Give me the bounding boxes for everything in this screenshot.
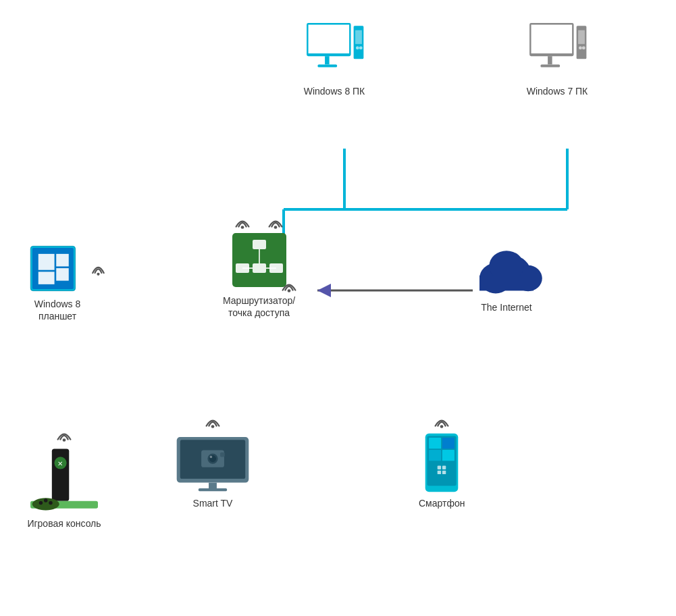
svg-point-55: [211, 425, 215, 428]
svg-point-21: [579, 46, 582, 49]
svg-point-33: [288, 290, 291, 293]
win8tablet-icon: [27, 243, 88, 294]
svg-rect-75: [438, 471, 441, 474]
svg-point-53: [44, 498, 47, 502]
svg-point-45: [97, 273, 99, 276]
xbox-console-icon: ✕: [27, 446, 101, 513]
win8pc-label: Windows 8 ПК: [304, 85, 365, 97]
svg-rect-71: [442, 450, 454, 461]
win7pc-node: Windows 7 ПК: [520, 20, 594, 97]
svg-point-54: [49, 501, 52, 505]
smartphone-wifi-icon: [432, 412, 451, 431]
svg-text:✕: ✕: [57, 460, 63, 467]
svg-rect-26: [253, 240, 266, 249]
smartphone-label: Смартфон: [419, 497, 465, 509]
svg-point-13: [356, 46, 359, 49]
svg-rect-20: [578, 30, 585, 44]
svg-rect-18: [540, 64, 560, 67]
win8tablet-label: Windows 8 планшет: [34, 298, 80, 322]
svg-point-23: [241, 226, 244, 229]
svg-rect-63: [209, 483, 217, 488]
svg-rect-9: [325, 56, 330, 64]
smarttv-node: Smart TV: [176, 412, 250, 509]
svg-rect-76: [442, 471, 446, 474]
internet-cloud-icon: [466, 243, 547, 297]
xbox-wifi-icon: [55, 426, 74, 444]
svg-rect-43: [56, 268, 69, 281]
svg-rect-12: [355, 30, 362, 44]
svg-point-46: [63, 438, 66, 442]
smartphone-node: Смартфон: [419, 412, 465, 509]
win7pc-label: Windows 7 ПК: [527, 85, 588, 97]
svg-rect-17: [548, 56, 552, 64]
win8tablet-node: Windows 8 планшет: [27, 243, 88, 322]
internet-node: The Internet: [466, 243, 547, 313]
svg-point-24: [274, 226, 278, 229]
win8pc-node: Windows 8 ПК: [297, 20, 371, 97]
svg-point-14: [359, 46, 363, 49]
smarttv-wifi-icon: [203, 412, 222, 431]
svg-rect-44: [38, 272, 55, 284]
svg-rect-62: [220, 453, 225, 457]
router-wifi-tr: [266, 213, 285, 232]
svg-rect-29: [253, 263, 266, 273]
svg-rect-41: [38, 254, 55, 270]
svg-rect-47: [52, 449, 69, 501]
svg-point-22: [582, 46, 586, 49]
smarttv-icon: [176, 432, 250, 493]
win8pc-icon: [297, 20, 371, 81]
xbox-node: ✕ Игровая консоль: [27, 426, 101, 530]
svg-rect-68: [429, 438, 441, 448]
svg-point-52: [39, 501, 43, 505]
win7pc-icon: [520, 20, 594, 81]
svg-rect-38: [479, 276, 534, 290]
smarttv-label: Smart TV: [193, 497, 233, 509]
svg-rect-8: [309, 25, 350, 54]
xbox-label: Игровая консоль: [27, 517, 101, 530]
svg-rect-64: [199, 488, 227, 491]
router-node: Маршрутизатор/ точка доступа: [223, 230, 295, 319]
tablet-wifi-icon: [90, 257, 107, 280]
svg-rect-69: [442, 438, 454, 448]
svg-rect-70: [429, 450, 441, 461]
svg-rect-73: [438, 466, 441, 469]
svg-rect-16: [531, 25, 573, 54]
svg-rect-42: [56, 254, 69, 267]
svg-point-61: [210, 456, 212, 458]
router-wifi-br: [280, 276, 298, 295]
svg-rect-10: [317, 64, 337, 67]
svg-rect-74: [442, 466, 446, 469]
internet-label: The Internet: [481, 301, 532, 313]
svg-marker-6: [317, 284, 331, 297]
router-label: Маршрутизатор/ точка доступа: [223, 294, 295, 319]
router-wifi-tl: [233, 213, 252, 232]
network-diagram: Windows 8 ПК Windows 7 ПК: [0, 0, 676, 616]
svg-point-65: [440, 425, 444, 428]
smartphone-icon: [421, 432, 462, 493]
